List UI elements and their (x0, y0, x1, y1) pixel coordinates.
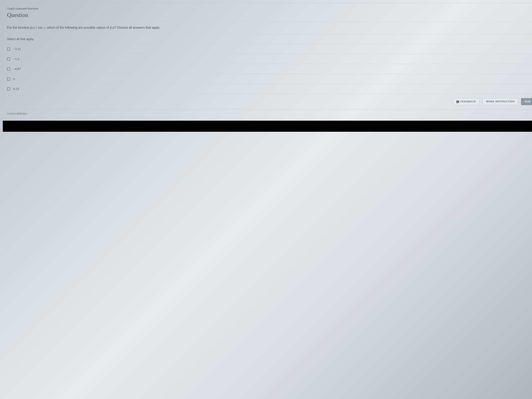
checkbox-icon[interactable] (7, 77, 10, 81)
math-fx-2: f(x) (110, 26, 114, 29)
option-row-4[interactable]: 0.23 (3, 84, 532, 94)
more-label: MORE INSTRUCTION (486, 100, 514, 103)
device-bezel (3, 121, 532, 132)
option-row-3[interactable]: 0 (3, 74, 532, 84)
option-row-1[interactable]: −1.2 (3, 54, 532, 64)
checkbox-icon[interactable] (7, 57, 10, 61)
actions-row: ! FEEDBACK MORE INSTRUCTION SUB (3, 94, 532, 109)
option-label: 0.23 (13, 87, 19, 91)
content-attribution[interactable]: Content attribution (3, 109, 532, 121)
option-label: −1.2 (13, 57, 19, 61)
more-instruction-button[interactable]: MORE INSTRUCTION (482, 98, 518, 105)
feedback-icon: ! (456, 101, 459, 103)
feedback-label: FEEDBACK (461, 100, 476, 103)
topic-label: Graph cosecant functions (7, 7, 528, 10)
prompt-eq: = csc (34, 26, 44, 29)
option-row-2[interactable]: −0.87 (3, 64, 532, 74)
checkbox-icon[interactable] (7, 87, 10, 90)
option-row-0[interactable]: −3.31 (3, 44, 532, 54)
instruction-row: Select all that apply: (3, 34, 532, 44)
question-card: Graph cosecant functions Question For th… (3, 3, 532, 109)
question-title: Question (7, 12, 528, 18)
option-label: 0 (13, 77, 15, 81)
math-var: x (44, 26, 45, 29)
question-prompt: For the function f(x) = csc x, which of … (3, 22, 532, 34)
checkbox-icon[interactable] (7, 68, 10, 70)
submit-label: SUB (525, 100, 531, 103)
option-label: −0.87 (13, 67, 21, 71)
prompt-text: For the function (7, 26, 30, 29)
checkbox-icon[interactable] (7, 48, 10, 51)
prompt-suffix: ? Choose all answers that apply. (114, 26, 160, 29)
feedback-button[interactable]: ! FEEDBACK (453, 98, 480, 105)
submit-button[interactable]: SUB (521, 98, 532, 105)
math-fx: f(x) (30, 26, 34, 29)
prompt-mid: , which of the following are possible va… (45, 26, 110, 29)
option-label: −3.31 (13, 47, 21, 51)
question-header: Graph cosecant functions Question (3, 3, 532, 22)
